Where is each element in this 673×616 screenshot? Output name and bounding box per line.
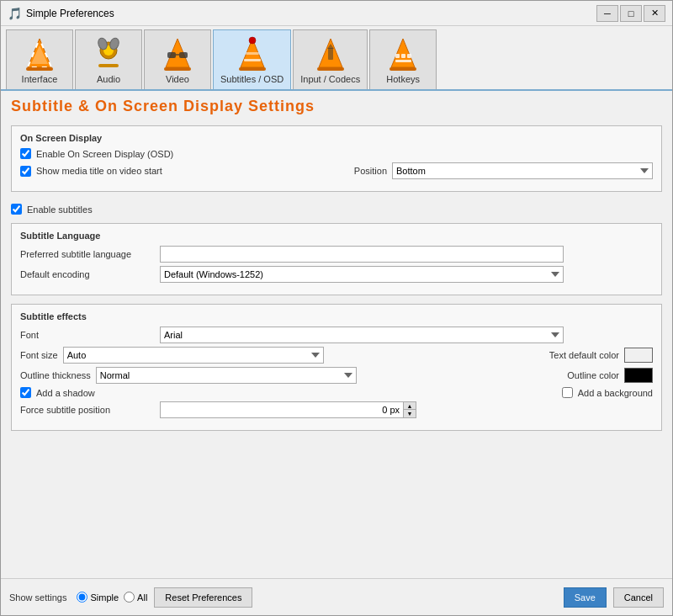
svg-marker-24	[391, 39, 415, 67]
position-label: Position	[354, 166, 387, 176]
nav-tabs: Interface Audio	[1, 26, 672, 89]
hotkeys-icon	[384, 35, 421, 72]
enable-osd-label[interactable]: Enable On Screen Display (OSD)	[20, 148, 173, 159]
preferred-language-input[interactable]	[160, 246, 564, 263]
enable-subtitles-label[interactable]: Enable subtitles	[11, 204, 93, 215]
outline-color-col: Outline color	[567, 368, 653, 383]
svg-rect-26	[395, 54, 400, 58]
svg-rect-10	[164, 67, 191, 71]
position-select[interactable]: Bottom Top Left Right Center	[392, 162, 653, 179]
font-select[interactable]: Arial Times New Roman Helvetica Verdana	[160, 327, 564, 343]
svg-rect-11	[167, 52, 176, 58]
show-media-title-row: Show media title on video start Position…	[20, 162, 653, 179]
add-shadow-label[interactable]: Add a shadow	[20, 387, 95, 398]
outline-color-box[interactable]	[624, 368, 653, 383]
tab-interface[interactable]: Interface	[6, 29, 73, 89]
show-media-title-label[interactable]: Show media title on video start	[20, 166, 162, 177]
font-size-label: Font size	[20, 350, 58, 360]
outline-thickness-left: Outline thickness Normal None Thin Thick	[20, 367, 562, 384]
svg-rect-12	[179, 52, 188, 58]
default-encoding-select[interactable]: Default (Windows-1252) UTF-8 UTF-16 ISO-…	[160, 266, 564, 283]
add-shadow-col: Add a shadow	[20, 387, 557, 398]
font-size-left: Font size Auto Small Normal Large	[20, 347, 544, 364]
cancel-button[interactable]: Cancel	[613, 587, 664, 608]
all-radio[interactable]	[124, 592, 135, 603]
tab-video-label: Video	[166, 74, 189, 84]
subtitle-effects-section: Subtitle effects Font Arial Times New Ro…	[11, 304, 662, 431]
svg-rect-2	[26, 67, 53, 71]
position-row: Position Bottom Top Left Right Center	[354, 162, 653, 179]
show-settings-label: Show settings	[9, 592, 66, 603]
main-window: 🎵 Simple Preferences ─ □ ✕ Interface	[0, 0, 673, 616]
svg-point-18	[249, 37, 256, 44]
text-default-color-box[interactable]	[624, 348, 653, 363]
video-icon	[159, 35, 196, 72]
default-encoding-label: Default encoding	[20, 269, 155, 279]
font-size-select[interactable]: Auto Small Normal Large	[63, 347, 324, 364]
close-button[interactable]: ✕	[644, 5, 665, 22]
svg-rect-29	[395, 60, 411, 62]
spin-up-button[interactable]: ▲	[404, 402, 416, 410]
outline-thickness-select[interactable]: Normal None Thin Thick	[96, 367, 357, 384]
preferred-language-label: Preferred subtitle language	[20, 249, 155, 259]
tab-subtitles[interactable]: Subtitles / OSD	[213, 29, 291, 89]
tab-hotkeys[interactable]: Hotkeys	[369, 29, 437, 89]
tab-hotkeys-label: Hotkeys	[386, 74, 420, 84]
tab-interface-label: Interface	[22, 74, 58, 84]
svg-rect-8	[98, 64, 119, 67]
outline-thickness-row: Outline thickness Normal None Thin Thick…	[20, 367, 653, 384]
show-media-title-left: Show media title on video start	[20, 166, 349, 177]
svg-rect-28	[407, 54, 411, 58]
shadow-background-row: Add a shadow Add a background	[20, 387, 653, 398]
svg-rect-17	[246, 52, 259, 55]
app-icon: 🎵	[8, 7, 21, 20]
window-title: Simple Preferences	[26, 8, 596, 19]
spin-buttons: ▲ ▼	[404, 401, 416, 418]
default-encoding-row: Default encoding Default (Windows-1252) …	[20, 266, 653, 283]
input-icon	[312, 35, 349, 72]
text-color-col: Text default color	[549, 348, 653, 363]
font-row: Font Arial Times New Roman Helvetica Ver…	[20, 327, 653, 343]
tab-input-label: Input / Codecs	[300, 74, 360, 84]
enable-osd-checkbox[interactable]	[20, 148, 31, 159]
subtitle-language-label: Subtitle Language	[20, 231, 653, 241]
titlebar: 🎵 Simple Preferences ─ □ ✕	[1, 1, 672, 26]
audio-icon	[90, 35, 127, 72]
svg-rect-22	[328, 48, 333, 60]
show-media-title-checkbox[interactable]	[20, 166, 31, 177]
svg-rect-16	[244, 59, 261, 61]
force-position-row: Force subtitle position ▲ ▼	[20, 401, 653, 418]
subtitle-language-section: Subtitle Language Preferred subtitle lan…	[11, 223, 662, 295]
force-position-input-group: ▲ ▼	[160, 401, 416, 418]
reset-preferences-button[interactable]: Reset Preferences	[154, 587, 252, 608]
add-shadow-checkbox[interactable]	[20, 387, 31, 398]
spin-down-button[interactable]: ▼	[404, 410, 416, 417]
interface-icon	[21, 35, 58, 72]
subtitles-icon	[234, 35, 271, 72]
add-background-checkbox[interactable]	[562, 387, 573, 398]
add-background-col: Add a background	[562, 387, 653, 398]
simple-radio[interactable]	[77, 592, 87, 603]
tab-input[interactable]: Input / Codecs	[293, 29, 368, 89]
simple-radio-label[interactable]: Simple	[77, 592, 119, 603]
force-position-input[interactable]	[160, 401, 404, 418]
save-button[interactable]: Save	[564, 587, 607, 608]
osd-section: On Screen Display Enable On Screen Displ…	[11, 125, 662, 192]
text-default-color-label: Text default color	[549, 350, 619, 360]
maximize-button[interactable]: □	[620, 5, 642, 22]
tab-video[interactable]: Video	[144, 29, 211, 89]
enable-osd-row: Enable On Screen Display (OSD)	[20, 148, 653, 159]
subtitle-effects-label: Subtitle effects	[20, 311, 653, 321]
minimize-button[interactable]: ─	[596, 5, 618, 22]
titlebar-buttons: ─ □ ✕	[596, 5, 665, 22]
add-background-label[interactable]: Add a background	[562, 387, 653, 398]
force-position-label: Force subtitle position	[20, 405, 155, 415]
svg-rect-25	[389, 67, 416, 71]
outline-color-label: Outline color	[567, 370, 619, 380]
osd-section-label: On Screen Display	[20, 133, 653, 143]
enable-subtitles-checkbox[interactable]	[11, 204, 22, 215]
all-radio-label[interactable]: All	[124, 592, 147, 603]
tab-audio[interactable]: Audio	[75, 29, 142, 89]
content-area: Subtitle & On Screen Display Settings On…	[1, 89, 672, 578]
tab-audio-label: Audio	[97, 74, 120, 84]
